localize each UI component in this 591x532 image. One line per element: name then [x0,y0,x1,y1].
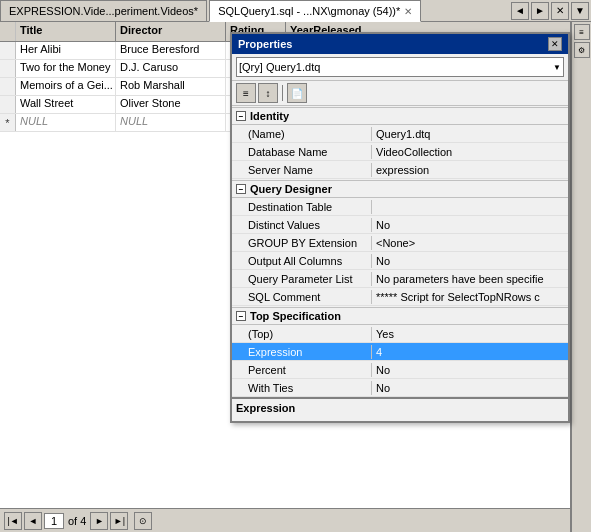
props-tb-pages[interactable]: 📄 [287,83,307,103]
row-indicator [0,42,16,59]
props-section-identity: − Identity [232,107,568,125]
tab-expression-label: EXPRESSION.Vide...periment.Videos* [9,5,198,17]
props-name-label: Server Name [232,163,372,177]
col-header-director[interactable]: Director [116,22,226,41]
props-dropdown-row: [Qry] Query1.dtq ▼ [232,54,568,81]
props-name-label: (Name) [232,127,372,141]
props-section-topspec: − Top Specification [232,307,568,325]
cell-director: Bruce Beresford [116,42,226,59]
nav-last-btn[interactable]: ►| [110,512,128,530]
props-tb-categorized[interactable]: ≡ [236,83,256,103]
props-name-label: SQL Comment [232,290,372,304]
props-value-server: expression [372,163,568,177]
tab-sqlquery[interactable]: SQLQuery1.sql - ...NX\gmonay (54))* ✕ [209,0,421,22]
main-area: Title Director Rating YearReleased Her A… [0,22,591,532]
cell-title: Two for the Money [16,60,116,77]
props-close-button[interactable]: ✕ [548,37,562,51]
tab-close-all[interactable]: ✕ [551,2,569,20]
props-row-distinct[interactable]: Distinct Values No [232,216,568,234]
props-body: − Identity (Name) Query1.dtq Database Na… [232,106,568,397]
props-value-queryparamlist: No parameters have been specifie [372,272,568,286]
props-name-label: (Top) [232,327,372,341]
rt-btn-1[interactable]: ≡ [574,24,590,40]
props-row-percent[interactable]: Percent No [232,361,568,379]
props-value-desttable [372,206,568,208]
right-toolbar: ≡ ⚙ [571,22,591,532]
props-row-desttable[interactable]: Destination Table [232,198,568,216]
section-collapse-icon[interactable]: − [236,184,246,194]
props-dropdown[interactable]: [Qry] Query1.dtq ▼ [236,57,564,77]
props-row-outputall[interactable]: Output All Columns No [232,252,568,270]
props-value-top: Yes [372,327,568,341]
cell-title: Memoirs of a Gei... [16,78,116,95]
props-name-label: With Ties [232,381,372,395]
props-name-label: Query Parameter List [232,272,372,286]
props-name-label: Percent [232,363,372,377]
chevron-down-icon: ▼ [553,63,561,72]
props-value-dbname: VideoCollection [372,145,568,159]
props-toolbar: ≡ ↕ 📄 [232,81,568,106]
props-value-sqlcomment: ***** Script for SelectTopNRows c [372,290,568,304]
props-row-dbname[interactable]: Database Name VideoCollection [232,143,568,161]
props-value-name: Query1.dtq [372,127,568,141]
cell-title: Wall Street [16,96,116,113]
nav-first-btn[interactable]: |◄ [4,512,22,530]
cell-title: Her Alibi [16,42,116,59]
section-collapse-icon[interactable]: − [236,311,246,321]
props-section-qd: − Query Designer [232,180,568,198]
col-header-title[interactable]: Title [16,22,116,41]
props-section-topspec-label: Top Specification [250,310,341,322]
tab-sqlquery-label: SQLQuery1.sql - ...NX\gmonay (54))* [218,5,400,17]
nav-next-btn[interactable]: ► [90,512,108,530]
nav-filter-btn[interactable]: ⊙ [134,512,152,530]
props-row-queryparamlist[interactable]: Query Parameter List No parameters have … [232,270,568,288]
tab-actions: ◄ ► ✕ ▼ [509,0,591,21]
props-value-groupby: <None> [372,236,568,250]
props-value-percent: No [372,363,568,377]
properties-panel: Properties ✕ [Qry] Query1.dtq ▼ ≡ ↕ 📄 − … [230,32,570,423]
props-name-label: Destination Table [232,200,372,214]
props-dropdown-label: [Qry] Query1.dtq [239,61,320,73]
tab-arrow-left[interactable]: ◄ [511,2,529,20]
props-row-sqlcomment[interactable]: SQL Comment ***** Script for SelectTopNR… [232,288,568,306]
props-name-label: Distinct Values [232,218,372,232]
rt-btn-2[interactable]: ⚙ [574,42,590,58]
props-footer: Expression [232,397,568,421]
props-section-qd-label: Query Designer [250,183,332,195]
props-name-label: Database Name [232,145,372,159]
cell-title: NULL [16,114,116,131]
props-row-expression[interactable]: Expression 4 [232,343,568,361]
props-title: Properties [238,38,292,50]
props-row-withties[interactable]: With Ties No [232,379,568,397]
grid-footer: |◄ ◄ of 4 ► ►| ⊙ [0,508,570,532]
props-toolbar-separator [282,85,283,101]
props-row-server[interactable]: Server Name expression [232,161,568,179]
nav-prev-btn[interactable]: ◄ [24,512,42,530]
props-value-expression: 4 [372,345,568,359]
row-indicator: * [0,114,16,131]
row-indicator [0,78,16,95]
row-indicator [0,60,16,77]
props-name-label: GROUP BY Extension [232,236,372,250]
tab-sqlquery-close[interactable]: ✕ [404,6,412,17]
props-footer-label: Expression [236,402,295,414]
props-name-label: Output All Columns [232,254,372,268]
props-row-top[interactable]: (Top) Yes [232,325,568,343]
cell-director: Rob Marshall [116,78,226,95]
tab-expression[interactable]: EXPRESSION.Vide...periment.Videos* [0,0,207,21]
tab-menu[interactable]: ▼ [571,2,589,20]
props-name-label: Expression [232,345,372,359]
cell-director: NULL [116,114,226,131]
tab-arrow-right[interactable]: ► [531,2,549,20]
props-row-name[interactable]: (Name) Query1.dtq [232,125,568,143]
props-tb-alphabetical[interactable]: ↕ [258,83,278,103]
cell-director: Oliver Stone [116,96,226,113]
nav-page-input[interactable] [44,513,64,529]
props-title-bar: Properties ✕ [232,34,568,54]
tab-bar: EXPRESSION.Vide...periment.Videos* SQLQu… [0,0,591,22]
section-collapse-icon[interactable]: − [236,111,246,121]
props-section-identity-label: Identity [250,110,289,122]
props-row-groupby[interactable]: GROUP BY Extension <None> [232,234,568,252]
props-value-withties: No [372,381,568,395]
nav-of-text: of 4 [66,515,88,527]
